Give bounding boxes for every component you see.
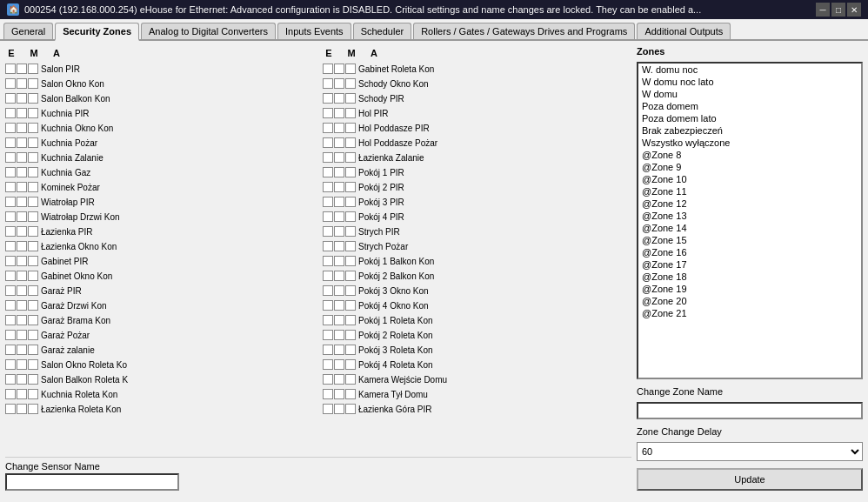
sensor-cb-a[interactable] [28, 64, 38, 74]
zone-list-item[interactable]: Poza domem [638, 100, 861, 112]
sensor-cb-m[interactable] [17, 271, 27, 281]
sensor-cb-e[interactable] [323, 315, 333, 325]
zone-delay-select[interactable]: 603090120 [637, 442, 863, 461]
minimize-button[interactable]: ─ [816, 3, 830, 17]
tab-security[interactable]: Security Zones [55, 23, 139, 41]
sensor-cb-e[interactable] [5, 404, 16, 414]
zone-list-item[interactable]: Wszystko wyłączone [638, 137, 861, 149]
sensor-cb-e[interactable] [5, 359, 16, 370]
sensor-cb-a[interactable] [28, 300, 38, 311]
sensor-cb-a[interactable] [28, 256, 38, 266]
sensor-cb-m[interactable] [334, 256, 344, 266]
sensor-cb-a[interactable] [28, 315, 38, 325]
zone-list-item[interactable]: @Zone 20 [638, 295, 861, 307]
sensor-cb-e[interactable] [323, 345, 333, 355]
sensor-cb-e[interactable] [323, 241, 333, 251]
sensor-cb-m[interactable] [334, 285, 344, 296]
sensor-cb-e[interactable] [323, 404, 333, 414]
sensor-cb-m[interactable] [17, 167, 27, 177]
sensor-cb-e[interactable] [5, 167, 16, 177]
sensor-cb-e[interactable] [323, 78, 333, 89]
sensor-cb-e[interactable] [323, 285, 333, 296]
sensor-cb-e[interactable] [5, 374, 16, 385]
sensor-cb-a[interactable] [345, 167, 356, 177]
sensor-cb-e[interactable] [5, 389, 16, 399]
sensor-cb-a[interactable] [28, 182, 38, 192]
sensor-cb-m[interactable] [17, 123, 27, 133]
sensor-cb-a[interactable] [345, 359, 356, 370]
sensor-cb-e[interactable] [323, 389, 333, 399]
sensor-cb-m[interactable] [334, 108, 344, 118]
sensor-cb-m[interactable] [17, 182, 27, 192]
sensor-cb-m[interactable] [17, 152, 27, 163]
zone-list-item[interactable]: @Zone 9 [638, 161, 861, 173]
sensor-cb-e[interactable] [323, 197, 333, 207]
sensor-cb-a[interactable] [28, 152, 38, 163]
sensor-cb-a[interactable] [28, 137, 38, 148]
zone-name-input[interactable] [637, 402, 863, 419]
sensor-cb-e[interactable] [323, 300, 333, 311]
sensor-name-input[interactable] [5, 473, 179, 491]
sensor-cb-a[interactable] [28, 78, 38, 89]
sensor-cb-m[interactable] [17, 93, 27, 104]
sensor-cb-e[interactable] [323, 359, 333, 370]
sensor-cb-a[interactable] [345, 241, 356, 251]
tab-scheduler[interactable]: Scheduler [353, 23, 412, 39]
sensor-cb-a[interactable] [28, 123, 38, 133]
sensor-cb-a[interactable] [28, 241, 38, 251]
sensor-cb-m[interactable] [334, 226, 344, 237]
sensor-cb-m[interactable] [334, 389, 344, 399]
sensor-cb-a[interactable] [28, 359, 38, 370]
sensor-cb-m[interactable] [334, 78, 344, 89]
sensor-cb-a[interactable] [345, 285, 356, 296]
sensor-cb-m[interactable] [17, 137, 27, 148]
sensor-cb-m[interactable] [334, 64, 344, 74]
sensor-cb-m[interactable] [334, 359, 344, 370]
sensor-cb-e[interactable] [5, 108, 16, 118]
sensor-cb-e[interactable] [323, 137, 333, 148]
sensor-cb-e[interactable] [323, 167, 333, 177]
zone-list-item[interactable]: @Zone 8 [638, 149, 861, 161]
sensor-cb-m[interactable] [17, 211, 27, 222]
zone-list-item[interactable]: @Zone 18 [638, 271, 861, 283]
sensor-cb-m[interactable] [334, 241, 344, 251]
sensor-cb-m[interactable] [17, 241, 27, 251]
sensor-cb-m[interactable] [334, 93, 344, 104]
sensor-cb-m[interactable] [17, 256, 27, 266]
zone-list-item[interactable]: @Zone 17 [638, 258, 861, 271]
zone-list-item[interactable]: Brak zabezpieczeń [638, 124, 861, 137]
sensor-cb-a[interactable] [28, 404, 38, 414]
sensor-cb-m[interactable] [17, 345, 27, 355]
sensor-cb-m[interactable] [334, 211, 344, 222]
sensor-cb-e[interactable] [323, 123, 333, 133]
sensor-cb-m[interactable] [334, 300, 344, 311]
sensor-cb-e[interactable] [323, 152, 333, 163]
tab-general[interactable]: General [3, 23, 53, 39]
sensor-cb-e[interactable] [5, 152, 16, 163]
sensor-cb-e[interactable] [5, 78, 16, 89]
sensor-cb-m[interactable] [17, 374, 27, 385]
sensor-cb-m[interactable] [17, 78, 27, 89]
update-button[interactable]: Update [637, 468, 863, 491]
sensor-cb-a[interactable] [345, 123, 356, 133]
sensor-cb-a[interactable] [345, 78, 356, 89]
sensor-cb-e[interactable] [323, 374, 333, 385]
sensor-cb-a[interactable] [345, 389, 356, 399]
zone-list-item[interactable]: W domu [638, 88, 861, 100]
sensor-cb-m[interactable] [17, 389, 27, 399]
sensor-cb-e[interactable] [323, 226, 333, 237]
tab-inputs[interactable]: Inputs Events [277, 23, 351, 39]
sensor-cb-e[interactable] [5, 271, 16, 281]
sensor-cb-e[interactable] [5, 211, 16, 222]
sensor-cb-e[interactable] [5, 226, 16, 237]
zone-list-item[interactable]: W domu noc lato [638, 76, 861, 88]
zone-list-item[interactable]: @Zone 14 [638, 222, 861, 234]
sensor-cb-m[interactable] [17, 300, 27, 311]
zone-list-item[interactable]: @Zone 19 [638, 283, 861, 295]
zone-list-item[interactable]: @Zone 15 [638, 234, 861, 246]
sensor-cb-a[interactable] [28, 345, 38, 355]
sensor-cb-m[interactable] [334, 345, 344, 355]
sensor-cb-m[interactable] [334, 330, 344, 340]
sensor-cb-a[interactable] [28, 108, 38, 118]
sensor-cb-e[interactable] [323, 256, 333, 266]
